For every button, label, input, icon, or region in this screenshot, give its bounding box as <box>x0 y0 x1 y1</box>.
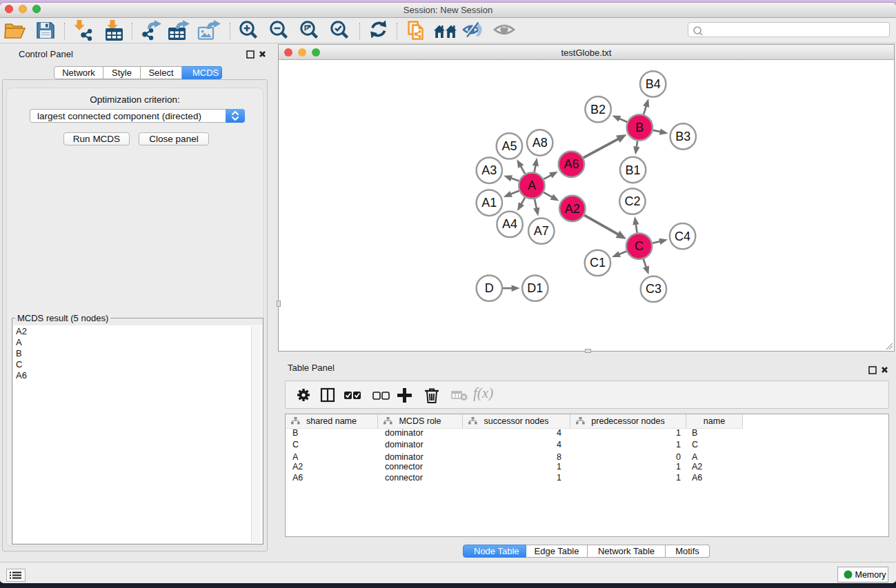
svg-text:B2: B2 <box>590 103 606 116</box>
svg-text:A6: A6 <box>564 157 579 171</box>
svg-text:D1: D1 <box>527 281 543 295</box>
svg-text:B4: B4 <box>646 77 661 91</box>
svg-text:A3: A3 <box>481 163 497 177</box>
svg-text:B: B <box>635 121 644 134</box>
svg-text:A2: A2 <box>565 202 580 216</box>
svg-text:C3: C3 <box>646 282 661 296</box>
svg-text:A5: A5 <box>501 139 517 153</box>
svg-text:C1: C1 <box>590 256 606 270</box>
svg-text:A4: A4 <box>502 217 517 231</box>
svg-text:A7: A7 <box>534 224 549 238</box>
svg-text:D: D <box>485 281 494 295</box>
svg-text:B3: B3 <box>675 130 690 143</box>
svg-text:C2: C2 <box>624 194 640 208</box>
svg-text:B1: B1 <box>626 163 641 177</box>
svg-text:C4: C4 <box>675 230 690 243</box>
svg-text:A8: A8 <box>532 136 548 150</box>
svg-text:A: A <box>528 179 536 192</box>
svg-text:C: C <box>635 239 644 253</box>
svg-text:A1: A1 <box>481 196 497 210</box>
